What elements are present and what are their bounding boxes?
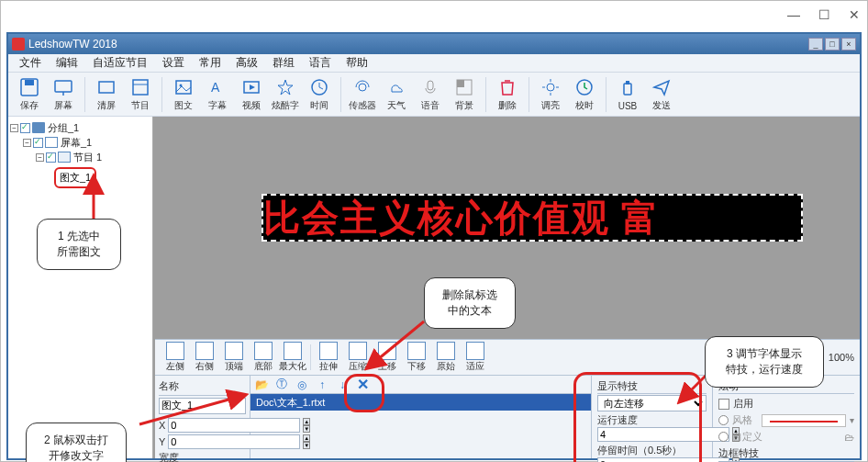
- file-toolbar: 📂 Ⓣ ◎ ↑ ↓ ✕: [250, 376, 591, 394]
- stay-input[interactable]: [597, 457, 729, 462]
- svg-rect-4: [99, 82, 114, 93]
- toolbar-cool-button[interactable]: 炫酷字: [270, 76, 301, 112]
- svg-point-14: [359, 84, 366, 91]
- style-dropdown-icon[interactable]: ▾: [850, 415, 854, 425]
- align-10-button[interactable]: 原始: [431, 342, 461, 373]
- svg-rect-17: [457, 80, 464, 87]
- tree-checkbox[interactable]: [20, 123, 30, 133]
- toolbar-prog-button[interactable]: 节目: [125, 76, 156, 112]
- tree-screen-label[interactable]: 屏幕_1: [61, 136, 92, 150]
- app-close-button[interactable]: ×: [841, 38, 856, 51]
- toolbar-save-button[interactable]: 保存: [14, 76, 45, 112]
- save-icon: [18, 76, 40, 98]
- toolbar-sub-button[interactable]: A字幕: [202, 76, 233, 112]
- tree-collapse-icon[interactable]: −: [36, 153, 44, 162]
- open-icon[interactable]: 📂: [254, 377, 269, 392]
- speed-input[interactable]: [597, 427, 729, 442]
- toolbar-delete-button[interactable]: 删除: [492, 76, 523, 112]
- enable-checkbox[interactable]: [718, 399, 729, 410]
- toolbar-label: 背景: [455, 99, 473, 112]
- toolbar-weather-button[interactable]: 天气: [381, 76, 412, 112]
- toolbar-bg-button[interactable]: 背景: [449, 76, 480, 112]
- tree-checkbox[interactable]: [46, 152, 56, 163]
- tree-checkbox[interactable]: [33, 138, 43, 148]
- up-icon[interactable]: ↑: [315, 377, 329, 392]
- toolbar-clock-button[interactable]: 校时: [569, 76, 600, 112]
- tree-root-label[interactable]: 分组_1: [48, 121, 79, 135]
- align-label: 压缩: [349, 360, 367, 373]
- align-4-button[interactable]: 最大化: [278, 342, 307, 373]
- tree-collapse-icon[interactable]: −: [10, 124, 18, 132]
- text-icon[interactable]: Ⓣ: [274, 377, 289, 392]
- led-text: 比会主义核心价值观 富: [263, 194, 660, 242]
- toolbar-image-button[interactable]: 图文: [168, 76, 199, 112]
- outer-titlebar: — ☐ ✕: [1, 1, 867, 28]
- align-2-button[interactable]: 顶端: [219, 342, 249, 373]
- delete-file-icon[interactable]: ✕: [355, 377, 370, 392]
- align-icon: [319, 342, 338, 360]
- toolbar-video-button[interactable]: 视频: [236, 76, 267, 112]
- zoom-label: 100%: [829, 352, 854, 363]
- svg-rect-2: [55, 81, 72, 92]
- custom-browse-icon[interactable]: 🗁: [844, 432, 854, 443]
- align-icon: [466, 342, 484, 360]
- menu-advanced[interactable]: 高级: [228, 53, 265, 73]
- width-label: 宽度: [159, 451, 246, 463]
- file-row-selected[interactable]: Doc\文本_1.rtxt: [250, 394, 591, 411]
- led-preview[interactable]: 比会主义核心价值观 富: [262, 194, 803, 242]
- toolbar-clear-button[interactable]: 清屏: [91, 76, 122, 112]
- align-0-button[interactable]: 左侧: [161, 342, 190, 373]
- toolbar-usb-button[interactable]: USB: [612, 78, 643, 111]
- menu-edit[interactable]: 编辑: [49, 53, 85, 73]
- toolbar-bright-button[interactable]: 调亮: [535, 76, 566, 112]
- svg-rect-5: [133, 80, 148, 95]
- toolbar-sensor-button[interactable]: 传感器: [347, 76, 378, 112]
- custom-label: 自定义: [732, 430, 762, 444]
- property-panel: 名称 X ▲▼ Y ▲▼ 宽度 ▲▼: [155, 376, 860, 458]
- align-6-button[interactable]: 拉伸: [314, 342, 343, 373]
- align-icon: [254, 342, 273, 360]
- toolbar-label: 时间: [310, 99, 328, 112]
- custom-radio[interactable]: [718, 432, 729, 442]
- target-icon[interactable]: ◎: [295, 377, 309, 392]
- callout-3: 删除鼠标选 中的文本: [424, 277, 516, 329]
- tree-prog-label[interactable]: 节目 1: [73, 151, 102, 164]
- video-icon: [240, 76, 262, 98]
- menu-file[interactable]: 文件: [12, 53, 49, 73]
- app-max-button[interactable]: □: [825, 38, 840, 51]
- main-toolbar: 保存屏幕清屏节目图文A字幕视频炫酷字时间传感器天气语音背景删除调亮校时USB发送: [8, 73, 860, 117]
- toolbar-send-button[interactable]: 发送: [646, 76, 677, 112]
- align-label: 右侧: [195, 360, 214, 373]
- app-title: LedshowTW 2018: [28, 38, 117, 51]
- toolbar-voice-button[interactable]: 语音: [415, 76, 446, 112]
- outer-maximize-button[interactable]: ☐: [818, 7, 830, 22]
- menu-adaptive[interactable]: 自适应节目: [85, 53, 155, 73]
- menu-settings[interactable]: 设置: [155, 53, 192, 73]
- toolbar-label: USB: [618, 101, 638, 111]
- callout-2: 2 鼠标双击打 开修改文字: [26, 423, 127, 462]
- menu-common[interactable]: 常用: [192, 53, 228, 73]
- toolbar-label: 字幕: [208, 99, 227, 112]
- style-radio[interactable]: [718, 415, 729, 425]
- align-icon: [437, 342, 455, 360]
- toolbar-time-button[interactable]: 时间: [304, 76, 335, 112]
- callout-4: 3 调节字体显示 特技，运行速度: [705, 336, 824, 388]
- align-3-button[interactable]: 底部: [249, 342, 278, 373]
- align-1-button[interactable]: 右侧: [190, 342, 219, 373]
- align-11-button[interactable]: 适应: [461, 342, 490, 373]
- tree-collapse-icon[interactable]: −: [23, 139, 31, 147]
- prog-icon: [129, 76, 151, 98]
- clock-icon: [573, 76, 595, 98]
- toolbar-screen-button[interactable]: 屏幕: [48, 76, 79, 112]
- style-preview: [762, 414, 846, 427]
- menu-help[interactable]: 帮助: [339, 53, 375, 73]
- menu-group[interactable]: 群组: [265, 53, 302, 73]
- outer-minimize-button[interactable]: —: [787, 7, 800, 22]
- send-icon: [651, 76, 673, 98]
- menu-language[interactable]: 语言: [302, 53, 339, 73]
- outer-close-button[interactable]: ✕: [849, 7, 860, 22]
- down-icon[interactable]: ↓: [335, 377, 350, 392]
- weather-icon: [385, 76, 407, 98]
- clear-icon: [95, 76, 117, 98]
- app-min-button[interactable]: _: [808, 38, 823, 51]
